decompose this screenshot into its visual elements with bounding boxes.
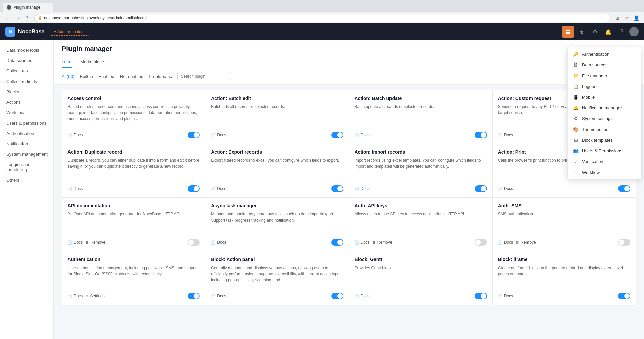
plugin-toggle[interactable] [188,239,200,246]
dropdown-item-users-permissions[interactable]: 👥 Users & Permissions [568,145,641,156]
dropdown-item-verification[interactable]: ✓ Verification [568,156,641,167]
dropdown-item-theme-editor[interactable]: 🎨 Theme editor [568,124,641,135]
sidebar-item-collections[interactable]: Collections [0,66,53,76]
user-avatar[interactable] [629,27,639,36]
add-menu-button[interactable]: + Add menu item [50,28,89,36]
dropdown-item-file-manager[interactable]: 📁 File manager [568,70,641,81]
docs-icon: 📄 [498,294,503,298]
dropdown-item-block-templates[interactable]: ⊞ Block templates [568,135,641,145]
docs-link[interactable]: 📄Docs [211,133,226,137]
settings-link[interactable]: ⚙Settings [85,294,104,298]
block-icon: ⊞ [573,137,579,143]
card-desc: Duplicate a record, you can either dupli… [67,157,200,182]
docs-link[interactable]: 📄Docs [498,240,513,245]
dropdown-item-workflow[interactable]: ↔ Workflow [568,167,641,178]
sidebar-item-workflow[interactable]: Workflow [0,107,53,118]
docs-icon: 📄 [211,294,216,298]
filter-enabled[interactable]: Enabled [98,73,114,80]
docs-link[interactable]: 📄Docs [211,186,226,191]
chain-icon[interactable] [576,26,588,38]
forward-button[interactable]: → [14,14,21,22]
plugin-card-iframe: Block: iframe Create an iframe block on … [493,251,636,305]
remove-link[interactable]: 🗑Remove [516,240,536,245]
plugin-toggle[interactable] [331,239,343,246]
browser-tab[interactable]: Plugin manage... × [3,3,53,12]
sidebar-item-notification[interactable]: Notification [0,139,53,149]
dropdown-item-label: Workflow [582,170,600,175]
filter-not-enabled[interactable]: Not enabled [120,73,143,80]
help-icon[interactable]: ? [616,26,628,38]
plugin-toggle[interactable] [331,293,343,299]
docs-link[interactable]: 📄Docs [211,294,226,298]
search-input[interactable] [177,72,231,80]
sidebar-item-data-model-tools[interactable]: Data model tools [0,45,53,55]
cast-icon[interactable]: ⊞ [614,14,621,22]
logo-icon: N [5,27,15,37]
remove-link[interactable]: 🗑Remove [85,240,105,245]
sidebar-item-collection-fields[interactable]: Collection fields [0,76,53,87]
plugin-toggle[interactable] [618,239,630,246]
tab-close-button[interactable]: × [47,6,49,9]
docs-link[interactable]: 📄Docs [355,240,370,245]
plugin-toggle[interactable] [188,185,200,192]
plugin-toggle[interactable] [331,185,343,192]
refresh-button[interactable]: ↻ [24,14,32,22]
docs-link[interactable]: 📄Docs [67,186,83,191]
key-icon: 🔑 [573,51,579,57]
dropdown-item-mobile[interactable]: 📱 Mobile [568,92,641,102]
plugin-card-gantt: Block: Gantt Provides Gantt block. 📄Docs [349,251,493,305]
plugin-toggle[interactable] [618,185,630,192]
dropdown-item-system-settings[interactable]: ⚙ System settings [568,113,641,124]
docs-link[interactable]: 📄Docs [498,133,513,137]
filter-all[interactable]: All(60) [62,73,75,80]
sidebar-item-data-sources[interactable]: Data sources [0,55,53,66]
sidebar-item-logging[interactable]: Logging and monitoring [0,159,53,175]
dropdown-item-authentication[interactable]: 🔑 Authentication [568,49,641,59]
back-button[interactable]: ← [4,14,11,22]
sidebar-item-actions[interactable]: Actions [0,97,53,107]
docs-link[interactable]: 📄Docs [67,133,83,137]
remove-link[interactable]: 🗑Remove [372,240,393,245]
plugin-manager-icon[interactable] [562,26,574,38]
sidebar-item-system-management[interactable]: System management [0,149,53,159]
verify-icon: ✓ [573,159,579,164]
plugin-toggle[interactable] [188,293,200,299]
docs-link[interactable]: 📄Docs [211,240,226,245]
plugin-toggle[interactable] [475,132,487,138]
filter-problematic[interactable]: Problematic [149,73,172,80]
docs-link[interactable]: 📄Docs [355,294,370,298]
dropdown-item-data-sources[interactable]: 🗄 Data sources [568,59,641,70]
bell-icon[interactable]: 🔔 [602,26,614,38]
tab-marketplace[interactable]: Marketplace [80,57,104,68]
card-title: Block: iframe [498,257,630,262]
plugin-toggle[interactable] [188,132,200,138]
dropdown-item-label: Authentication [582,52,609,57]
plugin-toggle[interactable] [475,293,487,299]
sidebar-item-authentication[interactable]: Authentication [0,128,53,139]
filter-built-in[interactable]: Built-in [80,73,93,80]
settings-icon[interactable]: ⚙ [589,26,601,38]
docs-link[interactable]: 📄Docs [355,186,370,191]
docs-link[interactable]: 📄Docs [355,133,370,137]
docs-link[interactable]: 📄Docs [67,294,83,298]
sidebar-item-others[interactable]: Others [0,175,53,185]
browser-actions: ⊞ ☆ 👤 [614,14,640,22]
plugin-toggle[interactable] [475,239,487,246]
dropdown-item-logger[interactable]: 📋 Logger [568,81,641,92]
dropdown-item-notification-manager[interactable]: 🔔 Notification manager [568,102,641,113]
address-bar[interactable]: 🔒 nocobase.mariushosting.synology.me/adm… [34,14,611,22]
star-icon[interactable]: ☆ [623,14,631,22]
sidebar-item-users-permissions[interactable]: Users & permissions [0,118,53,128]
sidebar-item-blocks[interactable]: Blocks [0,87,53,97]
docs-link[interactable]: 📄Docs [498,186,513,191]
plugin-toggle[interactable] [331,132,343,138]
docs-link[interactable]: 📄Docs [498,294,513,298]
profile-icon[interactable]: 👤 [633,14,640,22]
docs-link[interactable]: 📄Docs [67,240,83,245]
plugin-toggle[interactable] [475,185,487,192]
plugin-toggle[interactable] [618,293,630,299]
file-icon: 📁 [573,73,579,78]
page-header: Plugin manager Local Marketplace [54,40,644,68]
card-footer: 📄Docs [67,185,200,192]
tab-local[interactable]: Local [62,57,72,68]
